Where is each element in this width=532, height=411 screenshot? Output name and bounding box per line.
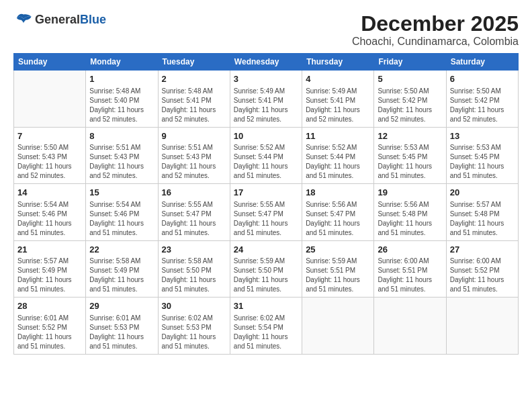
calendar-cell: 10Sunrise: 5:52 AM Sunset: 5:44 PM Dayli… xyxy=(230,127,302,184)
calendar-cell: 24Sunrise: 5:59 AM Sunset: 5:50 PM Dayli… xyxy=(230,240,302,298)
calendar-cell: 15Sunrise: 5:54 AM Sunset: 5:46 PM Dayli… xyxy=(86,184,158,241)
calendar-week-row-4: 21Sunrise: 5:57 AM Sunset: 5:49 PM Dayli… xyxy=(14,240,519,298)
calendar-cell: 2Sunrise: 5:48 AM Sunset: 5:41 PM Daylig… xyxy=(158,71,230,128)
day-number: 5 xyxy=(378,73,442,85)
calendar-cell: 21Sunrise: 5:57 AM Sunset: 5:49 PM Dayli… xyxy=(14,240,86,298)
day-number: 28 xyxy=(17,300,82,312)
calendar-cell: 6Sunrise: 5:50 AM Sunset: 5:42 PM Daylig… xyxy=(446,71,518,128)
day-info: Sunrise: 5:48 AM Sunset: 5:40 PM Dayligh… xyxy=(89,87,154,124)
day-info: Sunrise: 5:50 AM Sunset: 5:43 PM Dayligh… xyxy=(17,143,82,181)
calendar-cell xyxy=(302,298,374,355)
calendar-cell: 22Sunrise: 5:58 AM Sunset: 5:49 PM Dayli… xyxy=(86,240,158,298)
calendar-cell: 1Sunrise: 5:48 AM Sunset: 5:40 PM Daylig… xyxy=(86,71,158,128)
calendar-week-row-3: 14Sunrise: 5:54 AM Sunset: 5:46 PM Dayli… xyxy=(14,184,519,241)
day-info: Sunrise: 5:55 AM Sunset: 5:47 PM Dayligh… xyxy=(162,200,226,238)
day-info: Sunrise: 5:57 AM Sunset: 5:48 PM Dayligh… xyxy=(450,200,515,238)
day-number: 15 xyxy=(89,187,154,199)
day-number: 19 xyxy=(378,187,442,199)
day-info: Sunrise: 5:56 AM Sunset: 5:47 PM Dayligh… xyxy=(306,200,370,238)
calendar-cell: 4Sunrise: 5:49 AM Sunset: 5:41 PM Daylig… xyxy=(302,71,374,128)
day-info: Sunrise: 6:02 AM Sunset: 5:53 PM Dayligh… xyxy=(162,314,226,351)
day-number: 22 xyxy=(89,244,154,256)
calendar-cell: 7Sunrise: 5:50 AM Sunset: 5:43 PM Daylig… xyxy=(14,127,86,184)
calendar-cell: 9Sunrise: 5:51 AM Sunset: 5:43 PM Daylig… xyxy=(158,127,230,184)
day-info: Sunrise: 5:53 AM Sunset: 5:45 PM Dayligh… xyxy=(378,143,442,181)
day-info: Sunrise: 5:56 AM Sunset: 5:48 PM Dayligh… xyxy=(378,200,442,238)
day-number: 24 xyxy=(234,244,298,256)
calendar-table: SundayMondayTuesdayWednesdayThursdayFrid… xyxy=(13,53,519,355)
day-info: Sunrise: 5:54 AM Sunset: 5:46 PM Dayligh… xyxy=(17,200,82,238)
calendar-header-tuesday: Tuesday xyxy=(158,54,230,71)
day-number: 18 xyxy=(306,187,370,199)
day-number: 16 xyxy=(162,187,226,199)
calendar-cell: 26Sunrise: 6:00 AM Sunset: 5:51 PM Dayli… xyxy=(374,240,446,298)
day-info: Sunrise: 6:00 AM Sunset: 5:51 PM Dayligh… xyxy=(378,257,442,294)
calendar-header-thursday: Thursday xyxy=(302,54,374,71)
day-number: 25 xyxy=(306,244,370,256)
title-block: December 2025 Choachi, Cundinamarca, Col… xyxy=(352,12,519,48)
logo-line: GeneralBlue xyxy=(13,12,106,27)
day-number: 26 xyxy=(378,244,442,256)
day-number: 2 xyxy=(162,73,226,85)
header: GeneralBlue December 2025 Choachi, Cundi… xyxy=(13,12,519,48)
day-info: Sunrise: 5:58 AM Sunset: 5:50 PM Dayligh… xyxy=(162,257,226,294)
day-info: Sunrise: 5:49 AM Sunset: 5:41 PM Dayligh… xyxy=(306,87,370,124)
calendar-cell xyxy=(14,71,86,128)
calendar-cell: 31Sunrise: 6:02 AM Sunset: 5:54 PM Dayli… xyxy=(230,298,302,355)
day-number: 10 xyxy=(234,130,298,142)
calendar-cell: 5Sunrise: 5:50 AM Sunset: 5:42 PM Daylig… xyxy=(374,71,446,128)
calendar-cell: 23Sunrise: 5:58 AM Sunset: 5:50 PM Dayli… xyxy=(158,240,230,298)
calendar-header-sunday: Sunday xyxy=(14,54,86,71)
calendar-cell: 19Sunrise: 5:56 AM Sunset: 5:48 PM Dayli… xyxy=(374,184,446,241)
calendar-cell: 12Sunrise: 5:53 AM Sunset: 5:45 PM Dayli… xyxy=(374,127,446,184)
day-number: 30 xyxy=(162,300,226,312)
day-number: 6 xyxy=(450,73,515,85)
day-number: 13 xyxy=(450,130,515,142)
day-info: Sunrise: 6:02 AM Sunset: 5:54 PM Dayligh… xyxy=(234,314,298,351)
calendar-week-row-1: 1Sunrise: 5:48 AM Sunset: 5:40 PM Daylig… xyxy=(14,71,519,128)
day-number: 12 xyxy=(378,130,442,142)
calendar-cell: 28Sunrise: 6:01 AM Sunset: 5:52 PM Dayli… xyxy=(14,298,86,355)
day-number: 7 xyxy=(17,130,82,142)
day-info: Sunrise: 5:50 AM Sunset: 5:42 PM Dayligh… xyxy=(450,87,515,124)
day-info: Sunrise: 5:54 AM Sunset: 5:46 PM Dayligh… xyxy=(89,200,154,238)
calendar-cell: 3Sunrise: 5:49 AM Sunset: 5:41 PM Daylig… xyxy=(230,71,302,128)
day-info: Sunrise: 5:48 AM Sunset: 5:41 PM Dayligh… xyxy=(162,87,226,124)
calendar-header-saturday: Saturday xyxy=(446,54,518,71)
calendar-cell xyxy=(446,298,518,355)
day-number: 20 xyxy=(450,187,515,199)
calendar-header-row: SundayMondayTuesdayWednesdayThursdayFrid… xyxy=(14,54,519,71)
subtitle: Choachi, Cundinamarca, Colombia xyxy=(352,36,519,48)
calendar-cell: 8Sunrise: 5:51 AM Sunset: 5:43 PM Daylig… xyxy=(86,127,158,184)
day-number: 29 xyxy=(89,300,154,312)
day-info: Sunrise: 6:00 AM Sunset: 5:52 PM Dayligh… xyxy=(450,257,515,294)
day-info: Sunrise: 5:58 AM Sunset: 5:49 PM Dayligh… xyxy=(89,257,154,294)
calendar-cell: 25Sunrise: 5:59 AM Sunset: 5:51 PM Dayli… xyxy=(302,240,374,298)
day-info: Sunrise: 6:01 AM Sunset: 5:53 PM Dayligh… xyxy=(89,314,154,351)
logo-general-text: General xyxy=(35,13,80,27)
logo-icon xyxy=(13,12,34,27)
day-number: 31 xyxy=(234,300,298,312)
day-number: 23 xyxy=(162,244,226,256)
day-info: Sunrise: 6:01 AM Sunset: 5:52 PM Dayligh… xyxy=(17,314,82,351)
calendar-cell: 14Sunrise: 5:54 AM Sunset: 5:46 PM Dayli… xyxy=(14,184,86,241)
day-number: 27 xyxy=(450,244,515,256)
day-number: 3 xyxy=(234,73,298,85)
day-number: 4 xyxy=(306,73,370,85)
day-info: Sunrise: 5:59 AM Sunset: 5:51 PM Dayligh… xyxy=(306,257,370,294)
day-info: Sunrise: 5:51 AM Sunset: 5:43 PM Dayligh… xyxy=(89,143,154,181)
calendar-cell: 16Sunrise: 5:55 AM Sunset: 5:47 PM Dayli… xyxy=(158,184,230,241)
day-info: Sunrise: 5:52 AM Sunset: 5:44 PM Dayligh… xyxy=(234,143,298,181)
day-info: Sunrise: 5:57 AM Sunset: 5:49 PM Dayligh… xyxy=(17,257,82,294)
calendar-header-monday: Monday xyxy=(86,54,158,71)
day-info: Sunrise: 5:53 AM Sunset: 5:45 PM Dayligh… xyxy=(450,143,515,181)
day-number: 21 xyxy=(17,244,82,256)
calendar-cell: 30Sunrise: 6:02 AM Sunset: 5:53 PM Dayli… xyxy=(158,298,230,355)
day-info: Sunrise: 5:55 AM Sunset: 5:47 PM Dayligh… xyxy=(234,200,298,238)
calendar-cell: 27Sunrise: 6:00 AM Sunset: 5:52 PM Dayli… xyxy=(446,240,518,298)
calendar-cell: 29Sunrise: 6:01 AM Sunset: 5:53 PM Dayli… xyxy=(86,298,158,355)
day-info: Sunrise: 5:50 AM Sunset: 5:42 PM Dayligh… xyxy=(378,87,442,124)
calendar-cell: 17Sunrise: 5:55 AM Sunset: 5:47 PM Dayli… xyxy=(230,184,302,241)
day-number: 9 xyxy=(162,130,226,142)
logo: GeneralBlue xyxy=(13,12,106,27)
